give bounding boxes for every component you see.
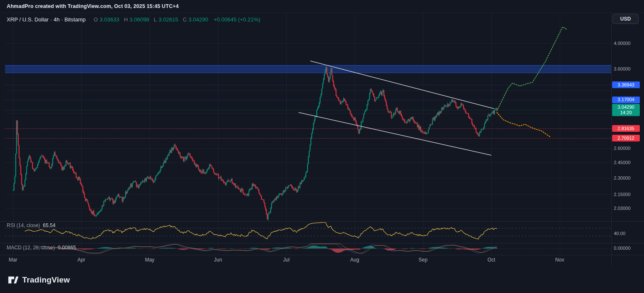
- rsi-pane-separator[interactable]: [0, 221, 644, 222]
- symbol-title[interactable]: XRP / U.S. Dollar · 4h · Bitstamp: [7, 16, 86, 23]
- time-tick-label: Oct: [488, 257, 496, 263]
- price-marker-label: 2.81635: [612, 125, 640, 132]
- change-value: +0.00645 (+0.21%): [213, 16, 260, 23]
- price-tick-label: 2.30000: [614, 175, 631, 181]
- time-tick-label: Aug: [350, 257, 359, 263]
- price-tick-label: 4.00000: [614, 41, 631, 46]
- close-value: 3.04290: [188, 16, 208, 23]
- macd-title: MACD (12, 26, close): [7, 245, 55, 251]
- price-chart-canvas[interactable]: [0, 0, 644, 272]
- price-marker-label: 2.70912: [612, 135, 640, 141]
- price-marker-label: 3.17004: [612, 97, 640, 103]
- price-tick-label: 2.15000: [614, 192, 631, 197]
- rsi-axis-label: 40.00: [614, 231, 626, 236]
- macd-value: 0.00865: [58, 245, 76, 251]
- price-axis-separator: [611, 13, 612, 265]
- tradingview-logo-icon: [8, 275, 18, 285]
- time-tick-label: Sep: [418, 257, 427, 263]
- high-label: H: [124, 16, 127, 23]
- attribution-text: AhmadPro created with TradingView.com, O…: [7, 3, 179, 9]
- time-tick-label: Apr: [78, 257, 86, 263]
- price-tick-label: 2.45000: [614, 160, 631, 165]
- tradingview-logo[interactable]: TradingView: [8, 275, 70, 285]
- high-value: 3.06098: [130, 16, 149, 23]
- rsi-value: 65.54: [43, 222, 55, 228]
- price-tick-label: 2.03000: [614, 206, 631, 211]
- time-tick-label: Nov: [555, 257, 564, 263]
- chart-legend[interactable]: XRP / U.S. Dollar · 4h · Bitstamp O 3.03…: [7, 16, 260, 23]
- time-tick-label: Jun: [214, 257, 222, 263]
- bar-countdown: 14:20: [612, 110, 640, 115]
- tradingview-wordmark: TradingView: [22, 275, 70, 285]
- macd-axis-label: 0.00000: [614, 246, 631, 251]
- time-tick-label: Mar: [9, 257, 18, 263]
- low-value: 3.02615: [158, 16, 178, 23]
- price-tick-label: 3.60000: [614, 66, 631, 71]
- rsi-title: RSI (14, close): [7, 222, 40, 228]
- pane-separator: [0, 13, 644, 13]
- rsi-pane-legend[interactable]: RSI (14, close) 65.54: [7, 222, 55, 228]
- close-label: C: [183, 16, 187, 23]
- price-tick-label: 2.60000: [614, 146, 631, 151]
- low-label: L: [154, 16, 157, 23]
- currency-toggle-button[interactable]: USD: [613, 14, 639, 24]
- chart-page: AhmadPro created with TradingView.com, O…: [0, 0, 644, 293]
- time-tick-label: Jul: [283, 257, 289, 263]
- macd-pane-separator[interactable]: [0, 243, 644, 243]
- open-label: O: [93, 16, 98, 23]
- price-marker-label: 3.36943: [612, 81, 640, 88]
- time-tick-label: May: [145, 257, 155, 263]
- open-value: 3.03633: [99, 16, 119, 23]
- time-axis-separator: [0, 255, 644, 255]
- macd-pane-legend[interactable]: MACD (12, 26, close) 0.00865: [7, 245, 76, 251]
- last-price-label: 3.0429014:20: [612, 104, 640, 116]
